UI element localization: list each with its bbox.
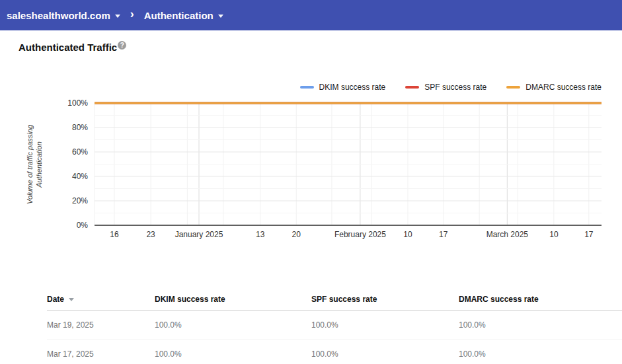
table-body: Mar 19, 2025100.0%100.0%100.0%Mar 17, 20… [47,310,622,364]
y-axis-tick-label: 60% [40,147,88,157]
legend-label: DMARC success rate [525,83,602,92]
column-header-date[interactable]: Date [47,295,155,304]
x-axis-tick-label: March 2025 [486,230,528,239]
y-axis-tick-label: 20% [40,196,88,205]
domain-selector-label: saleshealthworld.com [7,10,110,21]
table-cell: Mar 19, 2025 [47,320,155,330]
y-axis-tick-label: 40% [40,172,88,181]
x-axis-tick-label: 16 [110,230,118,239]
page-title: Authenticated Traffic? [19,42,126,53]
column-header-spf-success-rate: SPF success rate [311,295,459,304]
table-header-row: DateDKIM success rateSPF success rateDMA… [47,289,622,310]
y-axis-tick-label: 100% [40,98,88,108]
table-cell: 100.0% [155,320,311,330]
x-axis-tick-label: 23 [146,230,155,239]
x-axis-tick-label: 10 [403,230,412,239]
table-row: Mar 17, 2025100.0%100.0%100.0% [47,340,622,364]
table-cell: 100.0% [459,349,622,359]
chart-plot-area [95,103,602,225]
x-axis-tick-label: 17 [584,230,593,239]
legend-item: DKIM success rate [300,83,386,92]
domain-selector[interactable]: saleshealthworld.com [7,10,120,21]
y-axis-ticks: 0%20%40%60%80%100% [40,103,88,225]
table-cell: 100.0% [459,320,622,330]
column-header-label: DKIM success rate [155,295,225,304]
x-axis-tick-label: 17 [439,230,447,239]
x-axis-tick-label: 13 [256,230,264,239]
legend-item: SPF success rate [405,83,486,92]
y-axis-tick-label: 0% [40,221,88,230]
chart-legend: DKIM success rateSPF success rateDMARC s… [300,83,602,92]
legend-swatch [405,86,419,89]
legend-swatch [506,86,520,89]
table-cell: 100.0% [155,349,311,359]
table-cell: Mar 17, 2025 [47,349,155,359]
x-axis-tick-label: 20 [292,230,301,239]
column-header-label: Date [47,295,64,304]
x-axis-tick-label: January 2025 [175,230,223,239]
chevron-down-icon [115,15,120,18]
top-navigation-bar: saleshealthworld.com › Authentication [0,0,622,30]
table-cell: 100.0% [311,320,459,330]
data-table: DateDKIM success rateSPF success rateDMA… [47,289,622,364]
y-axis-tick-label: 80% [40,123,88,132]
column-header-label: SPF success rate [311,295,377,304]
column-header-label: DMARC success rate [459,295,539,304]
x-axis-tick-label: February 2025 [334,230,386,239]
help-icon[interactable]: ? [118,41,126,50]
column-header-dmarc-success-rate: DMARC success rate [459,295,622,304]
legend-label: SPF success rate [424,83,486,92]
section-selector-label: Authentication [144,10,214,21]
page-title-text: Authenticated Traffic [19,42,117,53]
table-row: Mar 19, 2025100.0%100.0%100.0% [47,310,622,340]
sort-descending-icon [69,298,74,301]
x-axis-ticks: 1623January 20251320February 20251017Mar… [95,230,602,240]
column-header-dkim-success-rate: DKIM success rate [155,295,311,304]
legend-label: DKIM success rate [319,83,386,92]
line-chart [95,103,602,225]
table-cell: 100.0% [311,349,459,359]
x-axis-tick-label: 10 [549,230,558,239]
section-selector[interactable]: Authentication [144,10,223,21]
chevron-down-icon [218,15,223,18]
legend-swatch [300,86,314,89]
breadcrumb-chevron-icon: › [130,7,134,23]
legend-item: DMARC success rate [506,83,602,92]
